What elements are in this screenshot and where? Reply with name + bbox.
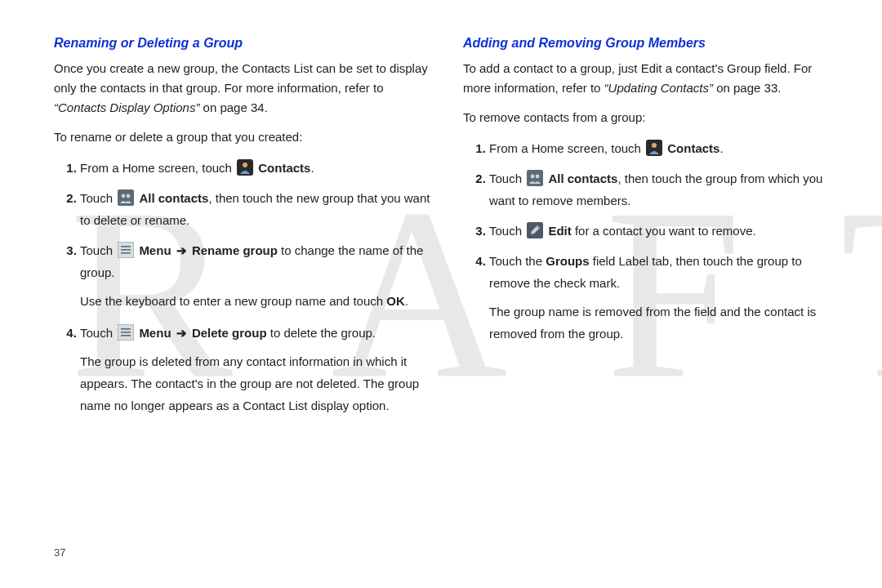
contacts-group-icon bbox=[527, 170, 543, 186]
two-column-layout: Renaming or Deleting a Group Once you cr… bbox=[54, 36, 840, 426]
svg-rect-8 bbox=[121, 252, 131, 254]
step-4: Touch the Groups field Label tab, then t… bbox=[489, 250, 840, 345]
svg-point-17 bbox=[536, 175, 540, 179]
svg-point-4 bbox=[127, 194, 131, 198]
step-2: Touch All contacts, then touch the group… bbox=[489, 167, 840, 212]
left-column: Renaming or Deleting a Group Once you cr… bbox=[54, 36, 430, 426]
intro-paragraph: Once you create a new group, the Contact… bbox=[54, 59, 430, 118]
edit-pencil-icon bbox=[527, 222, 543, 238]
step-text: Touch bbox=[80, 191, 116, 205]
sub-post: . bbox=[405, 294, 408, 308]
contacts-group-icon bbox=[118, 189, 134, 206]
step-bold: Edit bbox=[548, 224, 571, 238]
step-sub: Use the keyboard to enter a new group na… bbox=[80, 290, 430, 312]
lead-in: To remove contacts from a group: bbox=[463, 108, 840, 127]
step-post: . bbox=[719, 141, 723, 155]
intro-text-post: on page 33. bbox=[713, 81, 781, 95]
contacts-app-icon bbox=[646, 140, 662, 156]
contacts-app-icon bbox=[237, 159, 253, 176]
menu-icon bbox=[118, 324, 134, 341]
step-text: Touch bbox=[489, 172, 525, 185]
svg-rect-11 bbox=[121, 332, 131, 333]
svg-rect-12 bbox=[121, 335, 131, 336]
svg-point-3 bbox=[122, 194, 126, 198]
step-4: Touch Menu ➔ Delete group to delete the … bbox=[80, 322, 430, 416]
step-bold: All contacts bbox=[139, 191, 208, 205]
step-sub: The group is deleted from any contact in… bbox=[80, 350, 430, 416]
intro-text: Once you create a new group, the Contact… bbox=[54, 61, 428, 95]
section-heading-add-remove: Adding and Removing Group Members bbox=[463, 36, 840, 51]
step-bold: All contacts bbox=[548, 172, 617, 185]
step-bold: Contacts bbox=[258, 161, 310, 175]
step-1: From a Home screen, touch Contacts. bbox=[489, 137, 840, 159]
svg-point-1 bbox=[243, 163, 247, 167]
section-heading-rename-delete: Renaming or Deleting a Group bbox=[54, 36, 430, 51]
step-bold-menu: Menu bbox=[139, 243, 171, 257]
step-text: Touch bbox=[80, 326, 116, 340]
step-text: Touch bbox=[80, 243, 116, 257]
step-text: From a Home screen, touch bbox=[80, 161, 235, 175]
menu-icon bbox=[118, 242, 134, 258]
svg-point-16 bbox=[531, 175, 535, 179]
svg-point-14 bbox=[652, 143, 657, 148]
arrow-icon: ➔ bbox=[176, 326, 187, 340]
step-sub: The group name is removed from the field… bbox=[489, 301, 840, 345]
intro-text-post: on page 34. bbox=[199, 100, 267, 114]
right-column: Adding and Removing Group Members To add… bbox=[463, 36, 840, 426]
step-text: From a Home screen, touch bbox=[489, 141, 644, 155]
cross-reference: “Updating Contacts” bbox=[604, 81, 713, 95]
step-text: Touch the bbox=[489, 254, 546, 268]
step-bold: Groups bbox=[546, 254, 589, 268]
sub-text: Use the keyboard to enter a new group na… bbox=[80, 294, 386, 308]
intro-paragraph: To add a contact to a group, just Edit a… bbox=[463, 59, 840, 98]
svg-rect-10 bbox=[121, 328, 131, 330]
cross-reference: “Contacts Display Options” bbox=[54, 100, 199, 114]
steps-list: From a Home screen, touch Contacts. Touc… bbox=[54, 157, 430, 416]
step-3: Touch Edit for a contact you want to rem… bbox=[489, 220, 840, 242]
arrow-icon: ➔ bbox=[176, 243, 187, 257]
page-number: 37 bbox=[54, 546, 65, 559]
step-2: Touch All contacts, then touch the new g… bbox=[80, 187, 430, 231]
manual-page: DRAFT Renaming or Deleting a Group Once … bbox=[0, 0, 882, 588]
step-3: Touch Menu ➔ Rename group to change the … bbox=[80, 239, 430, 312]
step-post: . bbox=[310, 161, 314, 175]
step-1: From a Home screen, touch Contacts. bbox=[80, 157, 430, 179]
svg-rect-6 bbox=[121, 246, 131, 247]
svg-rect-7 bbox=[121, 249, 131, 251]
step-bold-delete: Delete group bbox=[192, 326, 267, 340]
step-bold-rename: Rename group bbox=[192, 243, 278, 257]
sub-bold: OK bbox=[386, 294, 405, 308]
step-bold-menu: Menu bbox=[139, 326, 171, 340]
step-post: to delete the group. bbox=[267, 326, 376, 340]
steps-list: From a Home screen, touch Contacts. Touc… bbox=[463, 137, 840, 345]
lead-in: To rename or delete a group that you cre… bbox=[54, 127, 430, 147]
step-text: Touch bbox=[489, 224, 525, 238]
step-post: for a contact you want to remove. bbox=[572, 224, 756, 238]
step-bold: Contacts bbox=[667, 141, 719, 155]
